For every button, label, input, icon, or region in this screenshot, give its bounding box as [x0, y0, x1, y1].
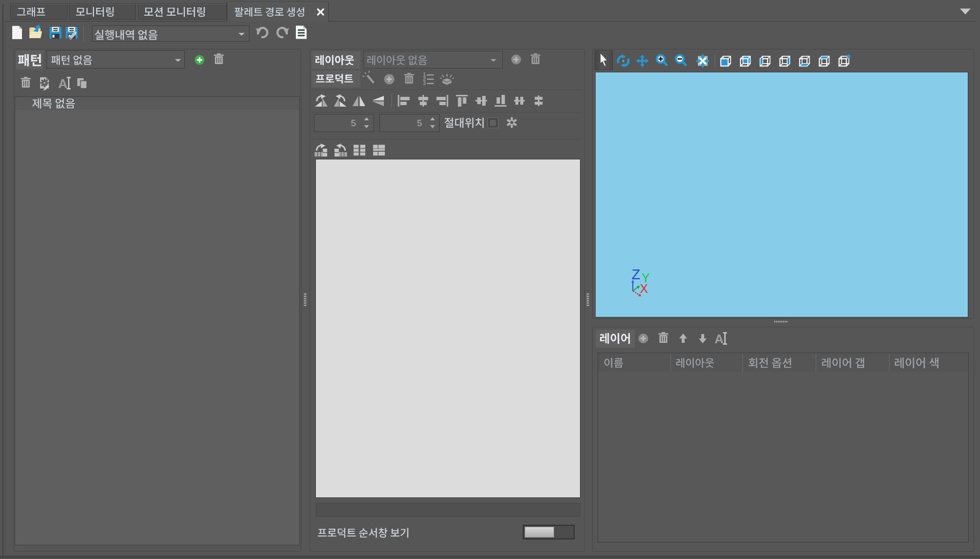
svg-text:A: A: [714, 332, 724, 346]
svg-text:3: 3: [423, 81, 426, 86]
svg-text:A: A: [58, 76, 67, 91]
svg-text:Z: Z: [632, 267, 641, 282]
svg-text:5: 5: [351, 118, 356, 128]
svg-text:5: 5: [417, 118, 422, 128]
svg-text:X: X: [640, 282, 648, 295]
